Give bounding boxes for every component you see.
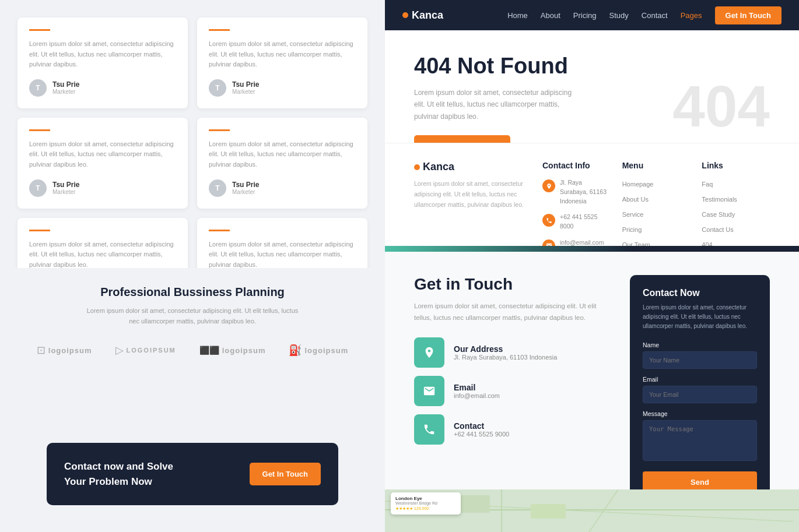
card-author: T Tsu Prie Marketer	[29, 179, 176, 197]
nav-pricing[interactable]: Pricing	[573, 11, 597, 20]
nav-study[interactable]: Study	[609, 11, 629, 20]
nav-contact[interactable]: Contact	[642, 11, 668, 20]
map-section: London Eye Westminster Bridge Rd ★★★★★ 1…	[385, 489, 799, 532]
git-left: Get in Touch Lorem ipsum dolor sit amet,…	[414, 275, 612, 453]
menu-homepage[interactable]: Homepage	[622, 181, 654, 188]
message-label: Message	[643, 410, 757, 417]
svg-rect-6	[531, 504, 566, 519]
card-author: T Tsu Prie Marketer	[29, 79, 176, 97]
card-text: Lorem ipsum dolor sit amet, consectetur …	[29, 239, 176, 270]
footer-brand-name: Kanca	[423, 161, 454, 173]
git-email-icon	[414, 376, 444, 406]
contact-banner-button[interactable]: Get In Touch	[250, 463, 321, 485]
logos-row: ⊡ logoipsum ▷ LOGOIPSUM ⬛⬛ logoipsum ⛽ l…	[17, 344, 367, 357]
logo-3: ⬛⬛ logoipsum	[199, 346, 266, 355]
footer-brand: Kanca	[414, 161, 531, 173]
list-item: Contact Us	[702, 224, 770, 234]
author-name: Tsu Prie	[232, 80, 259, 89]
list-item: Homepage	[622, 178, 691, 189]
menu-about[interactable]: About Us	[622, 196, 649, 203]
email-input[interactable]	[643, 386, 757, 403]
footer-menu-title: Menu	[622, 161, 691, 170]
author-role: Marketer	[232, 89, 259, 95]
link-faq[interactable]: Faq	[702, 181, 713, 188]
logo-icon-2: ▷	[115, 344, 124, 357]
list-item: Service	[622, 209, 691, 219]
logo-2: ▷ LOGOIPSUM	[115, 344, 176, 357]
footer-brand-dot	[414, 164, 420, 170]
location-icon	[542, 179, 555, 192]
menu-service[interactable]: Service	[622, 211, 644, 218]
card-line	[29, 230, 50, 231]
footer-links-title: Links	[702, 161, 770, 170]
avatar: T	[209, 79, 226, 97]
footer-contact-title: Contact Info	[542, 161, 611, 170]
message-textarea[interactable]	[643, 420, 757, 461]
author-role: Marketer	[52, 189, 79, 195]
card-line	[209, 29, 230, 31]
author-name: Tsu Prie	[52, 181, 79, 189]
brand-dot	[402, 12, 408, 18]
git-address-icon	[414, 337, 444, 368]
footer-brand-col: Kanca Lorem ipsum dolor sit amet, consec…	[414, 161, 531, 259]
name-input[interactable]	[643, 351, 757, 369]
map-panel-subtitle: Westminster Bridge Rd	[395, 501, 456, 505]
avatar: T	[29, 179, 47, 197]
card-line	[29, 129, 50, 131]
card-2: Lorem ipsum dolor sit amet, consectetur …	[197, 17, 367, 108]
git-contact-label: Contact	[454, 421, 509, 431]
logo-text-2: LOGOIPSUM	[127, 347, 176, 354]
logo-1: ⊡ logoipsum	[37, 344, 92, 357]
nav-pages[interactable]: Pages	[681, 11, 702, 20]
professional-section: Professional Bussiness Planning Lorem ip…	[0, 268, 385, 374]
banner-line2: Your Problem Now	[64, 474, 173, 489]
link-contact-us[interactable]: Contact Us	[702, 226, 733, 233]
logo-text-1: logoipsum	[48, 346, 92, 355]
list-item: Testimonials	[702, 193, 770, 204]
nav-about[interactable]: About	[541, 11, 560, 20]
list-item: Case Study	[702, 209, 770, 219]
git-title: Get in Touch	[414, 275, 612, 294]
author-name: Tsu Prie	[232, 181, 259, 189]
brand-name: Kanca	[412, 9, 443, 22]
card-4: Lorem ipsum dolor sit amet, consectetur …	[197, 118, 367, 209]
form-title: Contact Now	[643, 288, 757, 298]
card-line	[209, 129, 230, 131]
card-line	[209, 230, 230, 231]
logo-text-4: logoipsum	[304, 346, 348, 355]
card-line	[29, 29, 50, 31]
git-email-item: Email info@email.com	[414, 376, 612, 406]
map-rating: ★★★★★ 129,000	[395, 506, 456, 511]
nav-home[interactable]: Home	[507, 11, 528, 20]
git-address-item: Our Address Jl. Raya Surabaya, 61103 Ind…	[414, 337, 612, 368]
logo-icon-3: ⬛⬛	[199, 346, 219, 355]
git-address-label: Our Address	[454, 344, 557, 354]
logo-icon-4: ⛽	[289, 344, 302, 357]
link-testimonials[interactable]: Testimonials	[702, 196, 737, 203]
map-panel-title: London Eye	[395, 496, 456, 501]
footer-address: Jl. Raya Surabaya, 61163 Indonesia	[560, 178, 611, 206]
git-email-label: Email	[454, 383, 500, 392]
list-item: About Us	[622, 193, 691, 204]
name-label: Name	[643, 341, 757, 348]
author-role: Marketer	[232, 189, 259, 195]
footer-contact-col: Contact Info Jl. Raya Surabaya, 61163 In…	[542, 161, 611, 259]
navbar-links: Home About Pricing Study Contact Pages	[507, 11, 702, 20]
footer-menu-col: Menu Homepage About Us Service Pricing O…	[622, 161, 691, 259]
footer-menu-links: Homepage About Us Service Pricing Our Te…	[622, 178, 691, 249]
card-text: Lorem ipsum dolor sit amet, consectetur …	[209, 239, 356, 270]
professional-desc: Lorem ipsum dolor sit amet, consectetur …	[82, 306, 303, 326]
git-contact-value: +62 441 5525 9000	[454, 431, 509, 438]
footer-links-col: Links Faq Testimonials Case Study Contac…	[702, 161, 770, 259]
navbar: Kanca Home About Pricing Study Contact P…	[385, 0, 799, 30]
author-role: Marketer	[52, 89, 79, 95]
card-text: Lorem ipsum dolor sit amet, consectetur …	[209, 39, 356, 70]
footer-phone-item: +62 441 5525 8000	[542, 213, 611, 231]
logo-text-3: logoipsum	[222, 346, 266, 355]
get-in-touch-section: Get in Touch Lorem ipsum dolor sit amet,…	[385, 252, 799, 529]
menu-pricing[interactable]: Pricing	[622, 226, 642, 233]
link-case-study[interactable]: Case Study	[702, 211, 735, 218]
git-desc: Lorem ipsum dolor sit amet, consectetur …	[414, 301, 612, 323]
navbar-cta-button[interactable]: Get In Touch	[715, 6, 782, 24]
git-address-value: Jl. Raya Surabaya, 61103 Indonesia	[454, 354, 557, 361]
